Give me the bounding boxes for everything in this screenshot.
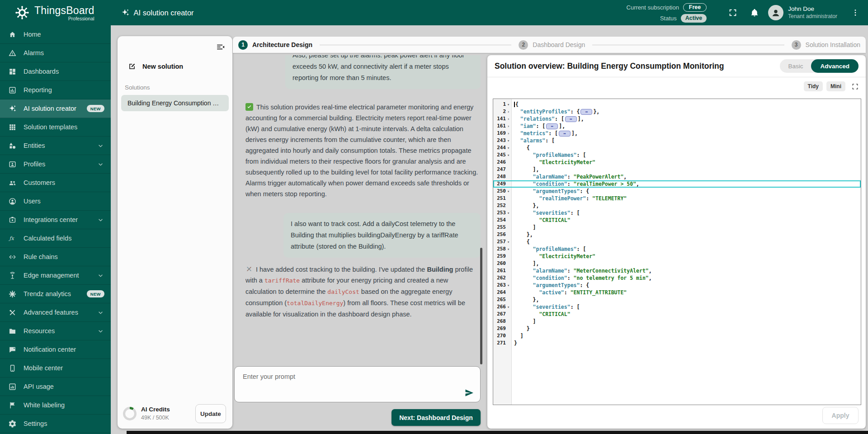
sidebar-item-trendz-analytics[interactable]: Trendz analyticsNEW xyxy=(0,285,111,303)
fold-open-marker[interactable]: ▾ xyxy=(506,238,511,245)
brand-logo[interactable]: ThingsBoard Professional xyxy=(14,4,94,21)
mini-button[interactable]: Mini xyxy=(826,81,845,91)
chat-scrollbar[interactable] xyxy=(480,248,482,364)
fold-open-marker[interactable]: ▾ xyxy=(506,209,511,217)
fold-closed-marker[interactable]: › xyxy=(506,108,511,115)
status-badge: Active xyxy=(681,14,707,23)
collapse-panel-icon[interactable] xyxy=(216,42,226,52)
ai-credits-block: AI Credits 49K / 500K Update xyxy=(123,404,226,423)
notifications-bell-icon[interactable] xyxy=(750,8,760,18)
fold-open-marker[interactable]: ▾ xyxy=(506,188,511,195)
sidebar-item-api-usage[interactable]: API usage xyxy=(0,377,111,396)
sidebar-item-advanced-features[interactable]: Advanced features xyxy=(0,303,111,322)
sidebar-item-integrations-center[interactable]: Integrations center xyxy=(0,211,111,229)
editor-fullscreen-icon[interactable] xyxy=(851,82,859,91)
sidebar-item-white-labeling[interactable]: White labeling xyxy=(0,396,111,415)
solution-list-item[interactable]: Building Energy Consumption … xyxy=(121,95,229,111)
kebab-menu-icon[interactable] xyxy=(851,8,860,17)
fold-closed-marker[interactable]: › xyxy=(506,115,511,123)
stepper-step-2[interactable]: 2Dashboard Design xyxy=(519,40,585,50)
sidebar-item-resources[interactable]: Resources xyxy=(0,322,111,340)
line-number: 255 xyxy=(497,224,506,231)
mobile-icon xyxy=(8,364,17,373)
sidebar-item-dashboards[interactable]: Dashboards xyxy=(0,62,111,81)
sidebar-item-label: Advanced features xyxy=(24,309,97,316)
sidebar-item-profiles[interactable]: Profiles xyxy=(0,155,111,174)
tidy-button[interactable]: Tidy xyxy=(804,81,823,91)
sidebar-item-home[interactable]: Home xyxy=(0,25,111,44)
fold-open-marker[interactable]: ▾ xyxy=(506,144,511,151)
step-number: 2 xyxy=(519,40,528,50)
sidebar-item-edge-management[interactable]: Edge management xyxy=(0,266,111,285)
code-line-254: 254 "CRITICAL" xyxy=(493,217,861,224)
sidebar-item-customers[interactable]: Customers xyxy=(0,174,111,192)
sidebar-nav: HomeAlarmsDashboardsReportingAI solution… xyxy=(0,25,111,434)
code-line-251: 251 "realTimePower": "TELEMETRY" xyxy=(493,195,861,202)
send-icon[interactable] xyxy=(464,387,475,398)
fold-open-marker[interactable]: ▾ xyxy=(506,101,511,108)
sidebar-item-mobile-center[interactable]: Mobile center xyxy=(0,359,111,377)
subscription-badge[interactable]: Free xyxy=(683,3,707,12)
sidebar-item-alarms[interactable]: Alarms xyxy=(0,44,111,62)
fold-open-marker[interactable]: ▾ xyxy=(506,151,511,159)
sidebar-item-reporting[interactable]: Reporting xyxy=(0,81,111,99)
sidebar-item-users[interactable]: Users xyxy=(0,192,111,211)
user-info[interactable]: John Doe Tenant administrator xyxy=(788,5,837,20)
line-number: 266 xyxy=(497,303,506,311)
stepper-step-1[interactable]: 1Architecture Design xyxy=(238,40,312,50)
integrations-icon xyxy=(8,216,17,224)
apply-button[interactable]: Apply xyxy=(822,407,859,424)
customers-icon xyxy=(8,179,17,187)
fold-closed-marker[interactable]: › xyxy=(506,123,511,130)
sidebar-item-label: Home xyxy=(24,31,106,38)
sidebar-item-label: API usage xyxy=(24,383,106,390)
folded-code-icon[interactable]: ↔ xyxy=(565,116,577,122)
subscription-block: Current subscription Free Status Active xyxy=(627,3,707,23)
avatar[interactable] xyxy=(768,5,783,20)
subscription-label: Current subscription xyxy=(627,4,679,11)
sidebar-item-calculated-fields[interactable]: ƒxCalculated fields xyxy=(0,229,111,248)
fullscreen-icon[interactable] xyxy=(728,8,738,18)
toggle-advanced[interactable]: Advanced xyxy=(811,59,859,73)
fold-open-marker[interactable]: ▾ xyxy=(506,282,511,289)
next-step-button[interactable]: Next: Dashboard Design xyxy=(392,409,481,426)
assistant-message: I have added cost tracking to the buildi… xyxy=(245,264,481,320)
sidebar-item-ai-solution-creator[interactable]: AI solution creatorNEW xyxy=(0,99,111,118)
sidebar-item-rule-chains[interactable]: Rule chains xyxy=(0,248,111,266)
tools-icon xyxy=(245,265,253,273)
fold-open-marker[interactable]: ▾ xyxy=(506,137,511,144)
mode-toggle: Basic Advanced xyxy=(780,59,859,73)
sidebar-item-solution-templates[interactable]: Solution templates xyxy=(0,118,111,137)
code-line-256: 256 }, xyxy=(493,231,861,238)
update-credits-button[interactable]: Update xyxy=(195,404,226,423)
folded-code-icon[interactable]: ↔ xyxy=(580,109,592,115)
sidebar-item-label: White labeling xyxy=(24,401,106,409)
sidebar-item-notification-center[interactable]: Notification center xyxy=(0,340,111,359)
fold-open-marker[interactable]: ▾ xyxy=(506,303,511,311)
sparkles-icon xyxy=(8,104,17,113)
sidebar-item-entities[interactable]: Entities xyxy=(0,137,111,155)
user-message: I also want to track cost. Add a dailyCo… xyxy=(283,213,481,258)
code-line-247: 247 ], xyxy=(493,166,861,173)
toggle-basic[interactable]: Basic xyxy=(780,63,811,70)
whitelabel-icon xyxy=(8,401,17,410)
sidebar-item-settings[interactable]: Settings xyxy=(0,415,111,433)
json-code-editor[interactable]: 1▾{2› "entityProfiles": {↔},141› "relati… xyxy=(493,99,861,405)
line-number: 254 xyxy=(497,217,506,224)
overview-title: Solution overview: Building Energy Consu… xyxy=(495,61,780,71)
chevron-down-icon xyxy=(97,272,104,279)
new-solution-button[interactable]: New solution xyxy=(127,62,183,71)
step-number: 3 xyxy=(792,40,801,50)
stepper-step-3[interactable]: 3Solution Installation xyxy=(792,40,860,50)
line-number: 257 xyxy=(497,238,506,245)
folded-code-icon[interactable]: ↔ xyxy=(546,123,558,129)
alarm-icon xyxy=(8,49,17,57)
top-bar: ThingsBoard Professional AI solution cre… xyxy=(0,0,868,25)
folded-code-icon[interactable]: ↔ xyxy=(559,131,571,137)
sidebar-item-label: Rule chains xyxy=(24,253,106,260)
prompt-input[interactable] xyxy=(242,372,461,397)
chevron-down-icon xyxy=(97,142,104,150)
fold-open-marker[interactable]: ▾ xyxy=(506,245,511,253)
line-number: 1 xyxy=(503,101,506,108)
fold-closed-marker[interactable]: › xyxy=(506,130,511,137)
